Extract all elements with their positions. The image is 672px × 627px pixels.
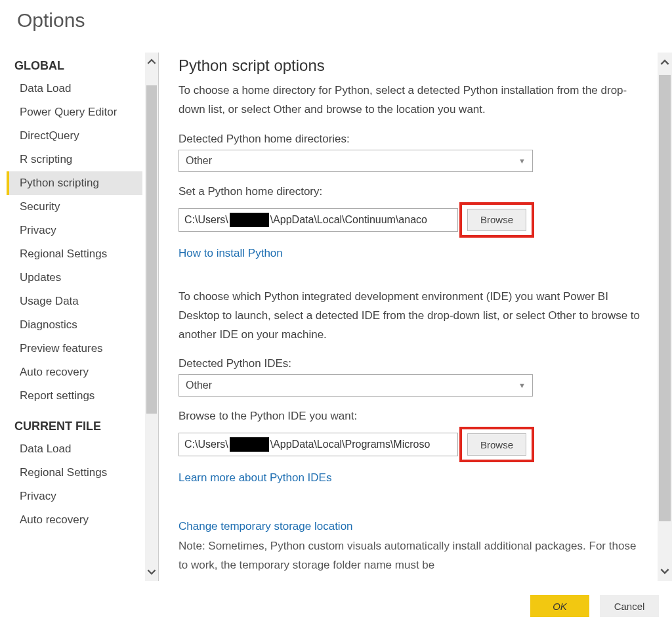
sidebar-item-regional-settings[interactable]: Regional Settings: [7, 461, 142, 485]
options-dialog: Options GLOBAL Data LoadPower Query Edit…: [0, 0, 672, 627]
sidebar-scrollbar[interactable]: [145, 53, 158, 581]
sidebar-item-updates[interactable]: Updates: [7, 266, 142, 290]
install-python-link[interactable]: How to install Python: [178, 247, 283, 260]
dialog-footer: OK Cancel: [0, 585, 672, 627]
sidebar-item-usage-data[interactable]: Usage Data: [7, 290, 142, 313]
cancel-button[interactable]: Cancel: [600, 595, 659, 617]
redacted-username: [230, 437, 269, 452]
sidebar-item-r-scripting[interactable]: R scripting: [7, 148, 142, 171]
detected-home-dropdown[interactable]: Other ▼: [178, 150, 533, 172]
sidebar-header-global: GLOBAL: [7, 53, 142, 77]
browse-ide-label: Browse to the Python IDE you want:: [178, 410, 647, 423]
sidebar-item-security[interactable]: Security: [7, 195, 142, 219]
chevron-up-icon[interactable]: [145, 53, 158, 71]
chevron-down-icon[interactable]: [658, 561, 672, 581]
caret-down-icon: ▼: [518, 381, 526, 389]
sidebar-item-privacy[interactable]: Privacy: [7, 219, 142, 242]
sidebar-item-python-scripting[interactable]: Python scripting: [7, 171, 142, 195]
redacted-username: [230, 213, 269, 227]
page-heading: Python script options: [178, 56, 647, 75]
sidebar-item-auto-recovery[interactable]: Auto recovery: [7, 508, 142, 532]
detected-ide-label: Detected Python IDEs:: [178, 357, 647, 370]
ok-button[interactable]: OK: [530, 595, 589, 617]
intro-text: To choose a home directory for Python, s…: [178, 81, 647, 119]
home-path-row: C:\Users\\AppData\Local\Continuum\anaco …: [178, 202, 647, 238]
dialog-title: Options: [0, 0, 672, 37]
sidebar: GLOBAL Data LoadPower Query EditorDirect…: [7, 53, 159, 581]
ide-path-input[interactable]: C:\Users\\AppData\Local\Programs\Microso: [178, 433, 458, 456]
home-path-input[interactable]: C:\Users\\AppData\Local\Continuum\anaco: [178, 208, 458, 232]
sidebar-item-privacy[interactable]: Privacy: [7, 485, 142, 508]
sidebar-item-regional-settings[interactable]: Regional Settings: [7, 242, 142, 266]
detected-ide-dropdown[interactable]: Other ▼: [178, 374, 533, 397]
browse-home-button[interactable]: Browse: [467, 209, 526, 231]
sidebar-item-data-load[interactable]: Data Load: [7, 77, 142, 100]
sidebar-item-diagnostics[interactable]: Diagnostics: [7, 313, 142, 337]
temp-storage-link[interactable]: Change temporary storage location: [178, 520, 353, 533]
scrollbar-thumb[interactable]: [146, 85, 157, 414]
browse-ide-button[interactable]: Browse: [467, 433, 526, 456]
detected-home-value: Other: [186, 155, 212, 167]
sidebar-item-power-query-editor[interactable]: Power Query Editor: [7, 100, 142, 124]
learn-ide-link[interactable]: Learn more about Python IDEs: [178, 471, 331, 485]
caret-down-icon: ▼: [518, 157, 526, 165]
sidebar-item-auto-recovery[interactable]: Auto recovery: [7, 360, 142, 384]
chevron-up-icon[interactable]: [660, 53, 669, 72]
highlight-frame: Browse: [459, 202, 534, 238]
set-home-label: Set a Python home directory:: [178, 185, 647, 198]
detected-ide-value: Other: [186, 379, 212, 391]
ide-intro-text: To choose which Python integrated develo…: [178, 288, 647, 345]
sidebar-item-preview-features[interactable]: Preview features: [7, 337, 142, 360]
sidebar-header-current-file: CURRENT FILE: [7, 408, 142, 437]
chevron-down-icon[interactable]: [145, 563, 158, 581]
highlight-frame: Browse: [459, 427, 534, 462]
main-content: Python script options To choose a home d…: [159, 53, 658, 581]
ide-path-row: C:\Users\\AppData\Local\Programs\Microso…: [178, 427, 647, 462]
sidebar-item-report-settings[interactable]: Report settings: [7, 384, 142, 408]
main-scrollbar[interactable]: [658, 53, 672, 581]
note-text: Note: Sometimes, Python custom visuals a…: [178, 537, 647, 575]
sidebar-item-directquery[interactable]: DirectQuery: [7, 124, 142, 148]
sidebar-list: GLOBAL Data LoadPower Query EditorDirect…: [7, 53, 145, 581]
dialog-body: GLOBAL Data LoadPower Query EditorDirect…: [7, 53, 672, 581]
main-panel: Python script options To choose a home d…: [159, 53, 672, 581]
detected-home-label: Detected Python home directories:: [178, 133, 647, 146]
scrollbar-thumb[interactable]: [659, 75, 671, 521]
sidebar-item-data-load[interactable]: Data Load: [7, 437, 142, 461]
